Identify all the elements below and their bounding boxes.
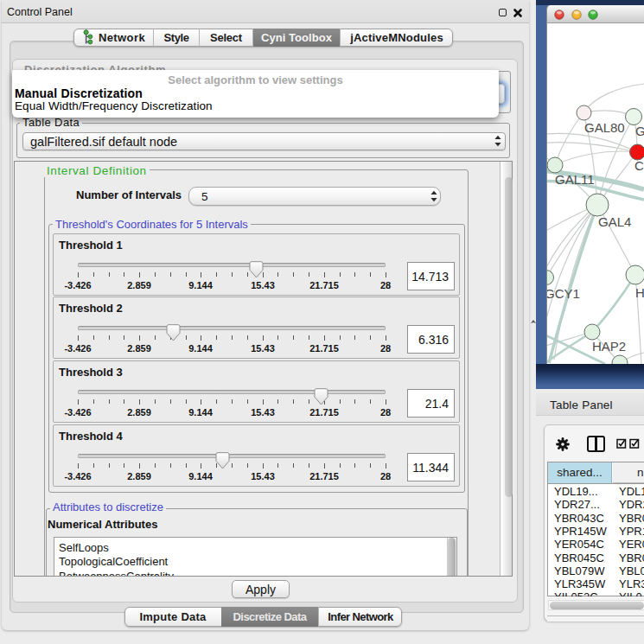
svg-text:H: H	[635, 285, 644, 300]
svg-text:GA: GA	[635, 124, 644, 138]
svg-text:HAP2: HAP2	[592, 339, 626, 354]
svg-text:GCY1: GCY1	[547, 286, 580, 301]
svg-text:GAL4: GAL4	[598, 214, 631, 229]
svg-text:GAL11: GAL11	[555, 172, 595, 187]
svg-text:GAL80: GAL80	[584, 120, 625, 135]
svg-text:C: C	[634, 158, 644, 173]
